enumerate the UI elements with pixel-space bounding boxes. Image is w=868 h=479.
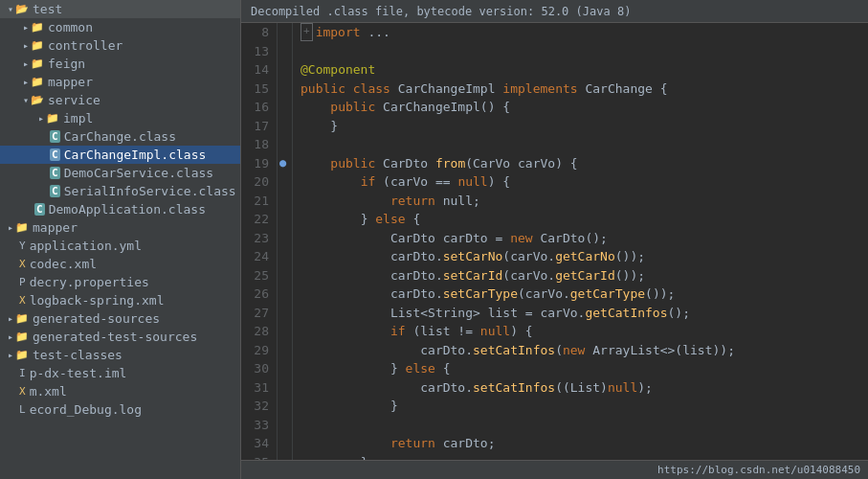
code-area: 8131415161718192021222324252627282930313…: [241, 23, 868, 460]
code-indent: [300, 229, 390, 248]
tree-item-decry.properties[interactable]: Pdecry.properties: [0, 273, 240, 291]
token-plain: CarChange {: [578, 80, 668, 99]
token-kw: null: [480, 322, 510, 341]
code-line: @Component: [300, 60, 860, 80]
line-number: 35: [249, 453, 269, 461]
line-number: 17: [249, 117, 269, 136]
tree-item-label: service: [48, 93, 100, 107]
tree-item-CarChangeImpl.class[interactable]: CCarChangeImpl.class: [0, 146, 240, 164]
tree-item-label: impl: [63, 111, 93, 125]
token-plain: ((List): [555, 378, 608, 398]
token-method: setCarType: [443, 285, 518, 304]
token-plain: ());: [615, 247, 645, 266]
token-plain: ();: [668, 304, 690, 323]
token-plain: }: [330, 117, 338, 136]
tree-item-label: SerialInfoService.class: [64, 184, 236, 198]
file-icon: 📁: [31, 21, 44, 34]
tree-item-ecord_Debug.log[interactable]: Lecord_Debug.log: [0, 400, 240, 419]
footer-url: https://blog.csdn.net/u014088450: [657, 464, 860, 476]
tree-item-mapper[interactable]: ▸📁mapper: [0, 73, 240, 91]
line-number: 14: [249, 60, 269, 80]
code-line: List<String> list = carVo.getCatInfos();: [300, 304, 860, 323]
token-plain: ());: [615, 266, 645, 285]
line-number: 15: [249, 80, 269, 99]
tree-item-label: application.yml: [30, 239, 142, 253]
tree-item-application.yml[interactable]: Yapplication.yml: [0, 237, 240, 255]
tree-item-service[interactable]: ▾📂service: [0, 91, 240, 109]
token-plain: }: [390, 397, 398, 416]
tree-item-m.xml[interactable]: Xm.xml: [0, 382, 240, 400]
tree-item-CarChange.class[interactable]: CCarChange.class: [0, 127, 240, 146]
code-line: carDto.setCarNo(carVo.getCarNo());: [300, 247, 860, 266]
code-indent: [300, 397, 390, 416]
tree-item-generated-sources[interactable]: ▸📁generated-sources: [0, 309, 240, 328]
tree-item-dx-test.iml[interactable]: Ip-dx-test.iml: [0, 364, 240, 382]
code-line: }: [300, 117, 860, 136]
tree-item-SerialInfoService.class[interactable]: CSerialInfoService.class: [0, 182, 240, 200]
code-indent: [300, 98, 330, 117]
code-indent: [300, 285, 390, 304]
tree-item-test-classes[interactable]: ▸📁test-classes: [0, 346, 240, 364]
token-kw: else: [406, 359, 435, 378]
code-indent: [300, 192, 390, 211]
code-line: public CarChangeImpl() {: [300, 98, 860, 117]
code-indent: [300, 247, 390, 266]
tree-item-label: codec.xml: [30, 257, 97, 271]
tree-item-common[interactable]: ▸📁common: [0, 18, 240, 36]
caret-icon: ▸: [23, 40, 29, 51]
line-number: 28: [249, 322, 269, 341]
token-kw: public: [300, 80, 345, 99]
code-line: return carDto;: [300, 434, 860, 453]
caret-icon: ▾: [8, 4, 13, 14]
token-kw: null: [457, 172, 487, 192]
tree-item-label: generated-test-sources: [33, 330, 197, 344]
code-line: carDto.setCarId(carVo.getCarId());: [300, 266, 860, 285]
line-number: 23: [249, 229, 269, 248]
tree-item-impl[interactable]: ▸📁impl: [0, 109, 240, 127]
tree-item-label: test-classes: [33, 348, 122, 362]
code-indent: [300, 154, 330, 173]
main-panel: Decompiled .class file, bytecode version…: [241, 0, 868, 479]
tree-item-DemoCarService.class[interactable]: CDemoCarService.class: [0, 164, 240, 182]
tree-item-label: DemoCarService.class: [64, 166, 214, 180]
token-plain: {: [435, 359, 451, 378]
tree-item-label: mapper: [48, 75, 93, 89]
token-plain: carDto;: [435, 434, 496, 453]
tree-item-feign[interactable]: ▸📁feign: [0, 55, 240, 73]
line-number: 8: [249, 23, 269, 42]
tree-item-label: DemoApplication.class: [49, 202, 206, 217]
tree-item-mapper2[interactable]: ▸📁mapper: [0, 218, 240, 237]
code-line: CarDto carDto = new CarDto();: [300, 229, 860, 248]
file-tree: ▾📂test▸📁common▸📁controller▸📁feign▸📁mappe…: [0, 0, 241, 479]
caret-icon: ▾: [23, 95, 29, 105]
code-content[interactable]: +import ...@Componentpublic class CarCha…: [293, 23, 868, 460]
code-indent: [300, 434, 390, 453]
file-icon: 📂: [31, 94, 44, 106]
token-kw: new: [563, 341, 585, 360]
token-kw: new: [510, 229, 532, 248]
token-fold[interactable]: +: [300, 23, 313, 41]
token-plain: ) {: [488, 172, 510, 192]
token-kw: public: [330, 154, 375, 173]
code-line: carDto.setCarType(carVo.getCarType());: [300, 285, 860, 304]
file-icon: 📁: [15, 331, 29, 343]
tree-item-DemoApplication.class[interactable]: CDemoApplication.class: [0, 200, 240, 218]
file-icon: 📁: [31, 76, 44, 88]
code-line: public class CarChangeImpl implements Ca…: [300, 80, 860, 99]
token-kw: if: [390, 322, 406, 341]
token-annotation: @Component: [300, 60, 375, 80]
tree-item-label: CarChangeImpl.class: [64, 148, 207, 162]
file-icon: 📁: [31, 57, 44, 70]
token-plain: null;: [435, 192, 480, 211]
tree-item-controller[interactable]: ▸📁controller: [0, 36, 240, 55]
tree-item-logback-spring.xml[interactable]: Xlogback-spring.xml: [0, 291, 240, 309]
tree-item-test[interactable]: ▾📂test: [0, 0, 240, 18]
tree-item-codec.xml[interactable]: Xcodec.xml: [0, 255, 240, 273]
token-plain: CarDto carDto =: [390, 229, 510, 248]
line-number: 33: [249, 416, 269, 435]
code-line: carDto.setCatInfos(new ArrayList<>(list)…: [300, 341, 860, 360]
token-plain: (carVo.: [502, 266, 555, 285]
tree-item-generated-test-sources[interactable]: ▸📁generated-test-sources: [0, 328, 240, 346]
token-plain: carDto.: [390, 285, 443, 304]
token-method: getCarType: [570, 285, 645, 304]
